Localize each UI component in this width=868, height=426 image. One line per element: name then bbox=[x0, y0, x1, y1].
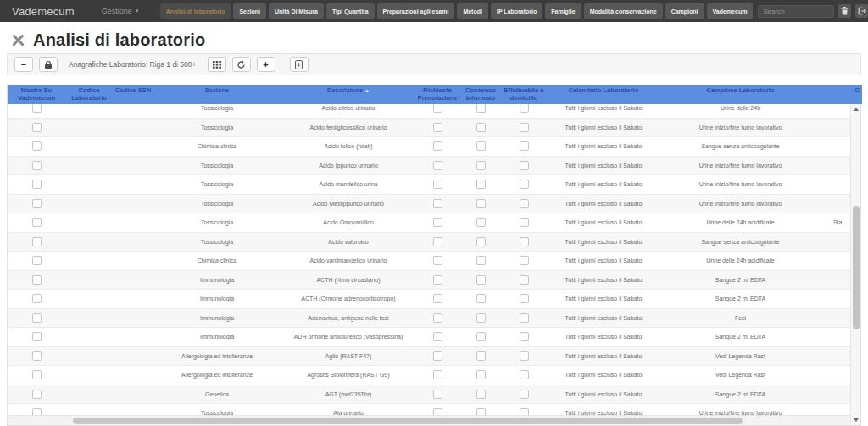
table-row[interactable]: TossicologiaAcido fenilglicossilico urin… bbox=[8, 119, 850, 138]
table-row[interactable]: Allergologia ed intolleranzeAglio (RAST … bbox=[8, 347, 850, 367]
table-row[interactable]: Chimica clinicaAcido vanilmandelico urin… bbox=[8, 252, 850, 271]
mostra-su-vademecum-checkbox[interactable] bbox=[32, 351, 42, 361]
columns-button[interactable] bbox=[208, 57, 226, 72]
mostra-su-vademecum-checkbox[interactable] bbox=[32, 237, 42, 246]
mostra-su-vademecum-checkbox[interactable] bbox=[32, 390, 42, 399]
richiesta-prenotazione-checkbox[interactable] bbox=[433, 218, 442, 227]
richiesta-prenotazione-checkbox[interactable] bbox=[433, 199, 442, 208]
trash-button[interactable] bbox=[838, 4, 851, 18]
mostra-su-vademecum-checkbox[interactable] bbox=[32, 256, 42, 265]
mostra-su-vademecum-checkbox[interactable] bbox=[32, 370, 42, 379]
header-cell-codice-laboratorio[interactable]: Codice Laboratorio bbox=[65, 85, 113, 104]
header-cell-campione-laboratorio[interactable]: Campione Laboratorio bbox=[662, 85, 819, 104]
scroll-down-button[interactable] bbox=[851, 415, 860, 425]
consenso-informato-checkbox[interactable] bbox=[476, 256, 486, 265]
effettuabile-domicilio-checkbox[interactable] bbox=[520, 294, 529, 303]
mostra-su-vademecum-checkbox[interactable] bbox=[32, 408, 42, 415]
header-cell-mostra-su-vademecum[interactable]: Mostra Su Vademecum bbox=[8, 85, 65, 104]
richiesta-prenotazione-checkbox[interactable] bbox=[433, 408, 442, 415]
table-row[interactable]: TossicologiaAcido Ippurico urinarioTutti… bbox=[8, 157, 850, 176]
table-row[interactable]: ImmunologiaACTH (Ormone adrenocorticotro… bbox=[8, 290, 850, 309]
mostra-su-vademecum-checkbox[interactable] bbox=[32, 123, 42, 132]
consenso-informato-checkbox[interactable] bbox=[476, 294, 486, 303]
consenso-informato-checkbox[interactable] bbox=[476, 237, 486, 246]
table-row[interactable]: TossicologiaAcido citrico urinarioTutti … bbox=[8, 104, 850, 119]
consenso-informato-checkbox[interactable] bbox=[476, 390, 486, 399]
richiesta-prenotazione-checkbox[interactable] bbox=[433, 390, 442, 399]
effettuabile-domicilio-checkbox[interactable] bbox=[520, 390, 529, 399]
richiesta-prenotazione-checkbox[interactable] bbox=[433, 313, 442, 323]
effettuabile-domicilio-checkbox[interactable] bbox=[520, 313, 529, 323]
header-cell-richiesta-prenotazione[interactable]: Richiesta Prenotazione bbox=[416, 85, 459, 104]
header-cell-c[interactable]: C bbox=[819, 85, 862, 104]
consenso-informato-checkbox[interactable] bbox=[476, 313, 486, 323]
horizontal-scrollbar[interactable] bbox=[8, 415, 850, 425]
richiesta-prenotazione-checkbox[interactable] bbox=[433, 294, 442, 303]
mostra-su-vademecum-checkbox[interactable] bbox=[32, 199, 42, 208]
effettuabile-domicilio-checkbox[interactable] bbox=[520, 161, 529, 170]
effettuabile-domicilio-checkbox[interactable] bbox=[520, 351, 529, 361]
nav-button-preparazioni-agli-esami[interactable]: Preparazioni agli esami bbox=[377, 3, 455, 19]
richiesta-prenotazione-checkbox[interactable] bbox=[433, 351, 442, 361]
consenso-informato-checkbox[interactable] bbox=[476, 332, 486, 341]
effettuabile-domicilio-checkbox[interactable] bbox=[520, 332, 529, 341]
nav-button-tipi-quantita[interactable]: Tipi Quantita bbox=[326, 3, 375, 19]
consenso-informato-checkbox[interactable] bbox=[476, 180, 486, 189]
table-row[interactable]: ImmunologiaADH ormone antidiuretico (Vas… bbox=[8, 328, 850, 347]
mostra-su-vademecum-checkbox[interactable] bbox=[32, 218, 42, 227]
mostra-su-vademecum-checkbox[interactable] bbox=[32, 141, 42, 151]
nav-button-analisi-di-laboratorio[interactable]: Analisi di laboratorio bbox=[160, 3, 231, 19]
mostra-su-vademecum-checkbox[interactable] bbox=[32, 161, 42, 170]
sign-out-button[interactable] bbox=[855, 4, 868, 18]
richiesta-prenotazione-checkbox[interactable] bbox=[433, 161, 442, 170]
close-icon[interactable] bbox=[12, 34, 25, 47]
richiesta-prenotazione-checkbox[interactable] bbox=[433, 370, 442, 379]
collapse-button[interactable]: − bbox=[14, 57, 33, 72]
richiesta-prenotazione-checkbox[interactable] bbox=[433, 104, 442, 113]
nav-button-unit-di-misura[interactable]: Unità Di Misura bbox=[269, 3, 324, 19]
vertical-scrollbar[interactable] bbox=[850, 104, 860, 425]
mostra-su-vademecum-checkbox[interactable] bbox=[32, 104, 42, 113]
vertical-scrollbar-thumb[interactable] bbox=[853, 206, 860, 329]
consenso-informato-checkbox[interactable] bbox=[476, 161, 486, 170]
richiesta-prenotazione-checkbox[interactable] bbox=[433, 256, 442, 265]
consenso-informato-checkbox[interactable] bbox=[476, 275, 486, 285]
mostra-su-vademecum-checkbox[interactable] bbox=[32, 275, 42, 285]
richiesta-prenotazione-checkbox[interactable] bbox=[433, 141, 442, 151]
search-input[interactable] bbox=[758, 5, 834, 18]
table-row[interactable]: TossicologiaAcido Metilippurico urinario… bbox=[8, 195, 850, 214]
table-row[interactable]: Chimica clinicaAcido folico (folati)Tutt… bbox=[8, 137, 850, 157]
effettuabile-domicilio-checkbox[interactable] bbox=[520, 199, 529, 208]
mostra-su-vademecum-checkbox[interactable] bbox=[32, 180, 42, 189]
horizontal-scrollbar-thumb[interactable] bbox=[73, 418, 743, 424]
table-row[interactable]: ImmunologiaACTH (ritmo circadiano)Tutti … bbox=[8, 271, 850, 290]
scroll-up-button[interactable] bbox=[851, 104, 860, 114]
richiesta-prenotazione-checkbox[interactable] bbox=[433, 180, 442, 189]
table-row[interactable]: ImmunologiaAdenovirus, antigene nelle fe… bbox=[8, 309, 850, 329]
effettuabile-domicilio-checkbox[interactable] bbox=[520, 256, 529, 265]
table-row[interactable]: GeneticaAGT (met235Thr)Tutti i giorni es… bbox=[8, 385, 850, 405]
consenso-informato-checkbox[interactable] bbox=[476, 408, 486, 415]
consenso-informato-checkbox[interactable] bbox=[476, 351, 486, 361]
effettuabile-domicilio-checkbox[interactable] bbox=[520, 237, 529, 246]
effettuabile-domicilio-checkbox[interactable] bbox=[520, 104, 529, 113]
nav-button-modalit-conservazione[interactable]: Modalità conservazione bbox=[584, 3, 663, 19]
mostra-su-vademecum-checkbox[interactable] bbox=[32, 332, 42, 341]
add-row-button[interactable]: + bbox=[257, 57, 275, 72]
effettuabile-domicilio-checkbox[interactable] bbox=[520, 370, 529, 379]
consenso-informato-checkbox[interactable] bbox=[476, 104, 486, 113]
effettuabile-domicilio-checkbox[interactable] bbox=[520, 141, 529, 151]
table-row[interactable]: TossicologiaAcido OmovanillicoTutti i gi… bbox=[8, 213, 850, 233]
effettuabile-domicilio-checkbox[interactable] bbox=[520, 218, 529, 227]
nav-button-sezioni[interactable]: Sezioni bbox=[233, 3, 266, 19]
mostra-su-vademecum-checkbox[interactable] bbox=[32, 294, 42, 303]
header-cell-calendario-laboratorio[interactable]: Calendario Laboratorio bbox=[545, 85, 662, 104]
table-row[interactable]: TossicologiaAcido valproicoTutti i giorn… bbox=[8, 233, 850, 252]
consenso-informato-checkbox[interactable] bbox=[476, 370, 486, 379]
consenso-informato-checkbox[interactable] bbox=[476, 199, 486, 208]
effettuabile-domicilio-checkbox[interactable] bbox=[520, 180, 529, 189]
table-row[interactable]: TossicologiaAcido mandelico urinaTutti i… bbox=[8, 175, 850, 195]
export-button[interactable] bbox=[290, 57, 309, 72]
richiesta-prenotazione-checkbox[interactable] bbox=[433, 237, 442, 246]
header-cell-descrizione[interactable]: Descrizione▲ bbox=[281, 85, 416, 104]
